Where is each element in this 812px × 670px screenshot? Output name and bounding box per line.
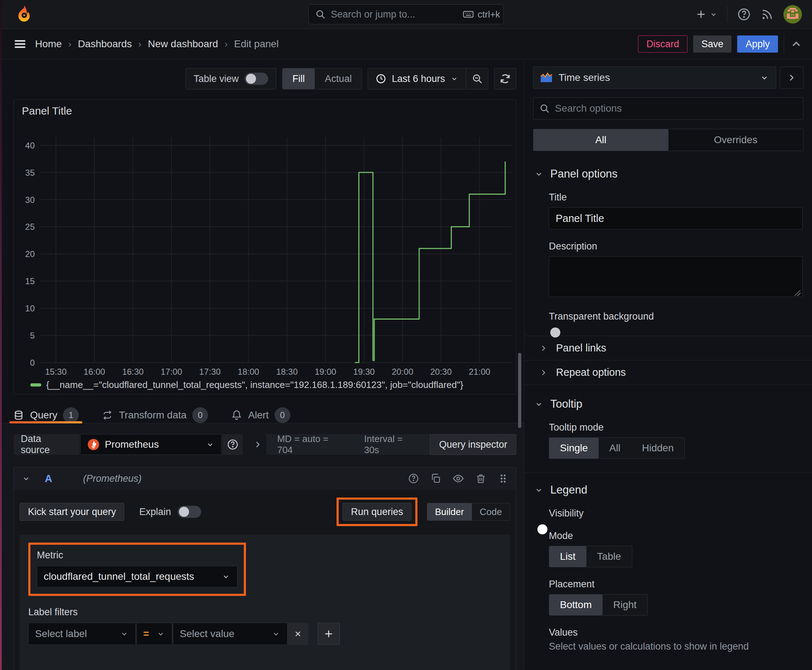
drag-handle-icon[interactable] xyxy=(497,473,509,484)
label-filter-row: Select label = Select value xyxy=(28,623,502,645)
viz-suggestions-button[interactable] xyxy=(780,66,804,89)
discard-button[interactable]: Discard xyxy=(638,36,687,52)
label-filters-label: Label filters xyxy=(28,607,502,618)
options-search-input[interactable] xyxy=(555,103,797,114)
panel-title-input[interactable] xyxy=(549,207,803,229)
tooltip-mode-all[interactable]: All xyxy=(598,438,631,459)
tab-query[interactable]: Query 1 xyxy=(13,407,79,423)
operator-dropdown[interactable]: = xyxy=(136,623,172,645)
chevron-down-icon xyxy=(450,74,459,83)
kick-start-button[interactable]: Kick start your query xyxy=(20,503,124,521)
collapse-header-button[interactable] xyxy=(790,37,803,51)
page-toolbar: Home › Dashboards › New dashboard › Edit… xyxy=(0,29,812,59)
svg-text:17:30: 17:30 xyxy=(199,367,220,377)
legend-placement-right[interactable]: Right xyxy=(603,594,647,615)
add-filter-button[interactable] xyxy=(317,623,340,645)
run-queries-button[interactable]: Run queries xyxy=(342,503,411,521)
global-search-input[interactable] xyxy=(331,9,458,20)
description-textarea[interactable] xyxy=(549,256,803,297)
hamburger-icon xyxy=(13,37,27,51)
refresh-button[interactable] xyxy=(494,68,516,90)
datasource-help-button[interactable] xyxy=(222,434,243,455)
panel-title[interactable]: Panel Title xyxy=(14,100,516,118)
collapse-options-button[interactable] xyxy=(253,440,263,450)
svg-text:40: 40 xyxy=(25,140,35,150)
tab-overrides[interactable]: Overrides xyxy=(668,129,804,151)
datasource-picker[interactable]: Prometheus xyxy=(80,434,222,455)
legend-mode-list[interactable]: List xyxy=(549,546,587,567)
chevron-down-icon xyxy=(534,399,544,409)
panel-options-header[interactable]: Panel options xyxy=(524,168,812,180)
panel-links-section[interactable]: Panel links xyxy=(524,336,812,360)
query-builder-panel: Metric cloudflared_tunnel_total_requests… xyxy=(20,535,510,670)
legend-header[interactable]: Legend xyxy=(524,484,812,496)
trash-icon[interactable] xyxy=(475,473,487,484)
datasource-label: Data source xyxy=(14,434,80,455)
select-label-dropdown[interactable]: Select label xyxy=(28,623,136,645)
svg-text:20: 20 xyxy=(25,249,35,259)
breadcrumb-new-dashboard[interactable]: New dashboard xyxy=(148,38,218,50)
legend-mode-table[interactable]: Table xyxy=(587,546,632,567)
remove-filter-button[interactable]: × xyxy=(288,623,308,645)
help-circle-icon xyxy=(227,438,239,451)
query-ref-id: A xyxy=(45,473,52,485)
news-button[interactable] xyxy=(760,7,774,21)
time-range-button[interactable]: Last 6 hours xyxy=(368,68,466,89)
help-button[interactable] xyxy=(737,7,751,22)
builder-option[interactable]: Builder xyxy=(427,503,472,520)
legend-series-swatch[interactable] xyxy=(31,383,41,387)
explain-toggle[interactable] xyxy=(178,506,201,518)
breadcrumb: Home › Dashboards › New dashboard › Edit… xyxy=(35,38,278,50)
database-icon xyxy=(13,409,24,421)
tab-all[interactable]: All xyxy=(534,129,668,151)
global-search[interactable]: ctrl+k xyxy=(308,4,504,24)
chevron-right-icon xyxy=(786,72,797,83)
chevron-down-icon xyxy=(534,169,544,179)
select-value-dropdown[interactable]: Select value xyxy=(173,623,288,645)
save-button[interactable]: Save xyxy=(693,36,732,52)
metric-select[interactable]: cloudflared_tunnel_total_requests xyxy=(37,566,237,587)
options-search[interactable] xyxy=(533,97,804,120)
zoom-out-button[interactable] xyxy=(466,68,488,89)
code-option[interactable]: Code xyxy=(472,503,510,520)
breadcrumb-home[interactable]: Home xyxy=(35,38,62,50)
table-view-toggle-group[interactable]: Table view xyxy=(185,68,276,90)
user-avatar[interactable] xyxy=(783,5,802,24)
metric-label: Metric xyxy=(37,550,237,561)
svg-text:25: 25 xyxy=(25,222,35,232)
visibility-label: Visibility xyxy=(549,508,803,519)
legend-values-label: Values xyxy=(549,627,803,638)
tab-transform-data[interactable]: Transform data 0 xyxy=(102,407,208,423)
grafana-logo-icon[interactable] xyxy=(14,4,34,24)
new-menu-button[interactable] xyxy=(695,8,718,20)
help-circle-icon[interactable] xyxy=(408,473,419,484)
eye-icon[interactable] xyxy=(452,472,464,485)
duplicate-icon[interactable] xyxy=(430,473,441,484)
tooltip-header[interactable]: Tooltip xyxy=(524,398,812,411)
visualization-picker[interactable]: Time series xyxy=(533,66,776,89)
vertical-scrollbar[interactable] xyxy=(518,353,521,428)
resize-handle[interactable] xyxy=(794,289,800,296)
query-inspector-button[interactable]: Query inspector xyxy=(430,434,516,455)
query-row-header[interactable]: A (Prometheus) xyxy=(14,467,516,490)
tooltip-mode-single[interactable]: Single xyxy=(549,438,598,459)
chevron-down-icon xyxy=(271,629,281,638)
chevron-right-icon xyxy=(539,368,548,377)
legend-placement-bottom[interactable]: Bottom xyxy=(549,594,603,615)
repeat-options-section[interactable]: Repeat options xyxy=(524,360,812,385)
tab-alert[interactable]: Alert 0 xyxy=(231,407,290,423)
menu-toggle-button[interactable] xyxy=(13,37,27,51)
transform-icon xyxy=(102,409,113,421)
legend-series-name[interactable]: {__name__="cloudflared_tunnel_total_requ… xyxy=(46,379,463,391)
chevron-down-icon xyxy=(534,485,544,495)
svg-text:19:30: 19:30 xyxy=(353,367,375,377)
timeseries-chart[interactable]: 051015202530354015:3016:0016:3017:0017:3… xyxy=(14,118,515,377)
actual-option[interactable]: Actual xyxy=(315,68,362,89)
table-view-toggle[interactable] xyxy=(244,73,268,85)
tooltip-mode-hidden[interactable]: Hidden xyxy=(631,438,685,459)
apply-button[interactable]: Apply xyxy=(737,36,778,52)
transparent-background-label: Transparent background xyxy=(549,311,803,322)
search-icon xyxy=(315,9,326,20)
breadcrumb-dashboards[interactable]: Dashboards xyxy=(78,38,132,50)
fill-option[interactable]: Fill xyxy=(283,68,315,89)
